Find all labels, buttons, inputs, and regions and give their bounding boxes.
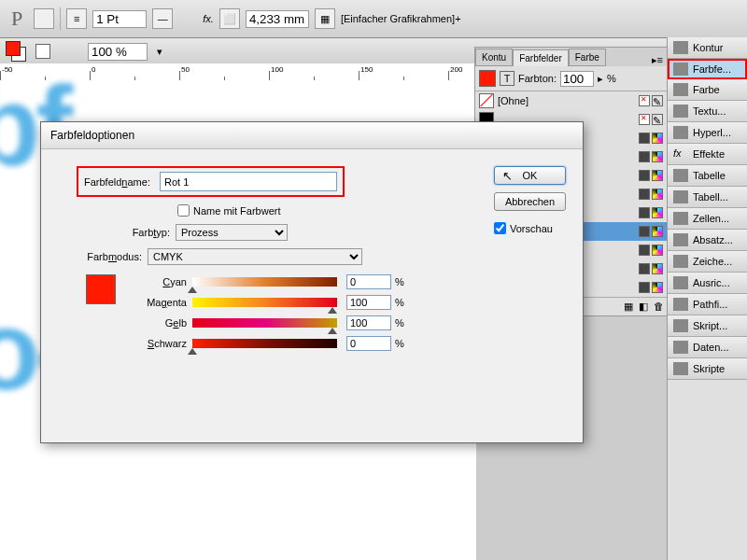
panel-tabs: Kontu Farbfelder Farbe ▸≡	[475, 48, 667, 66]
swatch-none[interactable]: [Ohne] ✕✎	[475, 91, 667, 110]
slider-value[interactable]: 100	[346, 315, 391, 330]
dock-char[interactable]: Zeiche...	[668, 251, 747, 273]
dock-table[interactable]: Tabelle	[668, 165, 747, 187]
preview-row: Vorschau	[494, 222, 566, 234]
dock-wrap[interactable]: Textu...	[668, 101, 747, 122]
cursor-icon: ↖	[502, 169, 513, 183]
measure-input[interactable]	[246, 10, 309, 28]
slider-value[interactable]: 100	[346, 295, 391, 310]
preview-checkbox[interactable]	[494, 222, 506, 234]
tint-arrow-icon[interactable]: ▸	[598, 73, 603, 85]
dock-hyperlink[interactable]: Hyperl...	[668, 122, 747, 144]
sep	[60, 7, 61, 30]
new-swatch-icon[interactable]: ▦	[624, 301, 633, 313]
slider-s: Schwarz0%	[131, 336, 404, 351]
slider-e: Gelb100%	[131, 315, 404, 330]
colormode-select[interactable]: CMYK	[148, 248, 362, 265]
tint-unit: %	[607, 73, 616, 84]
dock-cells[interactable]: Zellen...	[668, 208, 747, 230]
tab-kontur[interactable]: Kontu	[475, 49, 513, 66]
frame-icon[interactable]: ▦	[315, 8, 335, 29]
slider-track[interactable]	[192, 339, 337, 348]
new-swatch2-icon[interactable]: ◧	[639, 301, 648, 313]
dock-para[interactable]: Absatz...	[668, 230, 747, 251]
dock-stroke[interactable]: Kontur	[668, 37, 747, 59]
align-icon[interactable]	[34, 8, 54, 29]
swatch-name-input[interactable]	[160, 172, 337, 191]
text-fill-icon[interactable]: T	[500, 71, 514, 86]
stroke-type-icon[interactable]: —	[152, 8, 173, 29]
tab-farbe[interactable]: Farbe	[569, 49, 606, 66]
tint-label: Farbton:	[518, 73, 557, 84]
slider-value[interactable]: 0	[346, 336, 391, 351]
ok-button[interactable]: ↖ OK	[494, 166, 566, 185]
tint-input[interactable]	[560, 71, 594, 87]
slider-c: Cyan0%	[131, 274, 404, 289]
slider-g: Magenta100%	[131, 295, 404, 310]
name-with-value-label: Name mit Farbwert	[193, 205, 281, 217]
colortype-label: Farbtyp:	[58, 227, 176, 238]
dock-data[interactable]: Daten...	[668, 337, 747, 358]
corner-radius-icon[interactable]: ⬜	[219, 8, 240, 29]
name-with-value-checkbox[interactable]	[177, 204, 190, 217]
name-field-highlight: Farbfeldname:	[77, 166, 345, 197]
color-preview	[86, 274, 116, 304]
slider-track[interactable]	[192, 277, 337, 287]
tint-row: T Farbton: ▸ %	[475, 66, 667, 91]
swatch-options-dialog: Farbfeldoptionen Farbfeldname: Name mit …	[40, 121, 584, 443]
colormode-label: Farbmodus:	[58, 251, 148, 262]
trash-icon[interactable]: 🗑	[654, 301, 664, 313]
control-bar: P ≡ — fx. ⬜ ▦ [Einfacher Grafikrahmen]+	[0, 0, 747, 38]
fx-icon[interactable]: fx.	[203, 13, 214, 24]
colortype-select[interactable]: Prozess	[176, 224, 288, 241]
horizontal-ruler: -50050100150200	[0, 63, 476, 81]
zoom-input[interactable]	[88, 43, 148, 61]
stroke-style-icon[interactable]: ≡	[66, 8, 87, 29]
panel-menu-icon[interactable]: ▸≡	[648, 54, 667, 66]
name-label: Farbfeldname:	[84, 176, 156, 188]
dock-align[interactable]: Ausric...	[668, 273, 747, 294]
frame-style-label[interactable]: [Einfacher Grafikrahmen]+	[341, 13, 461, 24]
default-fill-icon[interactable]	[35, 44, 50, 59]
dock-fx[interactable]: fxEffekte	[668, 144, 747, 165]
tab-farbfelder[interactable]: Farbfelder	[513, 49, 569, 66]
slider-track[interactable]	[192, 298, 337, 307]
dock-color[interactable]: Farbe	[668, 79, 747, 101]
dialog-title: Farbfeldoptionen	[41, 122, 583, 149]
dock-panels: KonturFarbfe...FarbeTextu...Hyperl...fxE…	[667, 37, 747, 560]
fill-proxy-icon[interactable]	[479, 70, 496, 87]
stroke-weight-input[interactable]	[92, 10, 147, 28]
cancel-button[interactable]: Abbrechen	[494, 192, 566, 211]
slider-value[interactable]: 0	[346, 274, 391, 289]
text-tool-icon: P	[6, 7, 28, 31]
dock-pathfinder[interactable]: Pathfi...	[668, 294, 747, 315]
dock-swatches[interactable]: Farbfe...	[668, 59, 747, 79]
dock-script[interactable]: Skript...	[668, 315, 747, 337]
fill-stroke-icon[interactable]	[6, 41, 26, 62]
dock-scripts[interactable]: Skripte	[668, 358, 747, 380]
preview-label: Vorschau	[510, 223, 553, 234]
dock-tablestyles[interactable]: Tabell...	[668, 187, 747, 208]
zoom-dropdown-icon[interactable]: ▾	[157, 46, 162, 58]
slider-track[interactable]	[192, 318, 337, 328]
